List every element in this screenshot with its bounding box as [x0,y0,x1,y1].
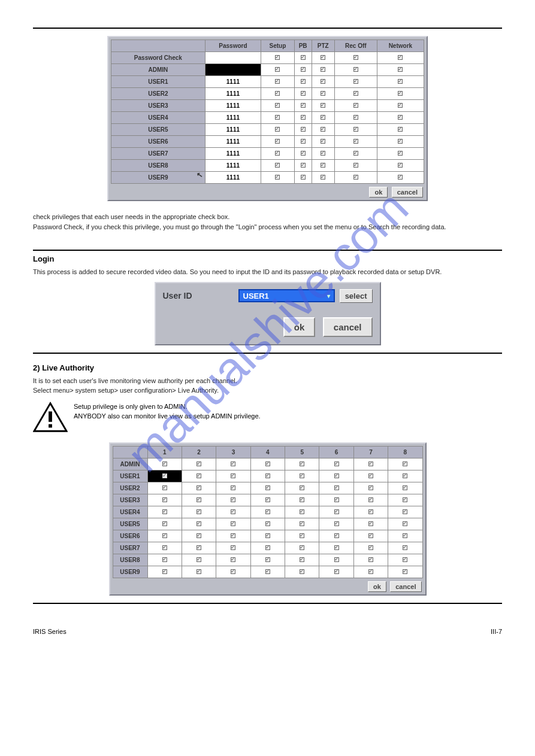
checkbox-icon[interactable] [301,163,306,168]
checkbox-icon[interactable] [321,79,325,84]
checkbox-icon[interactable] [301,139,306,144]
cell[interactable] [250,518,285,530]
checkbox-icon[interactable] [398,79,403,84]
checkbox-icon[interactable] [321,163,325,168]
checkbox-icon[interactable] [353,139,358,144]
cell-password[interactable]: 1111 [205,88,261,100]
cell[interactable] [216,542,250,554]
checkbox-icon[interactable] [231,545,235,550]
cell-password[interactable]: 1111 [205,124,261,136]
checkbox-icon[interactable] [403,497,407,502]
checkbox-icon[interactable] [321,139,325,144]
cell[interactable] [319,518,353,530]
checkbox-icon[interactable] [334,473,339,478]
checkbox-icon[interactable] [300,509,304,514]
cell[interactable] [250,494,285,506]
checkbox-icon[interactable] [231,485,235,490]
checkbox-icon[interactable] [353,127,358,132]
checkbox-icon[interactable] [403,533,407,538]
cell[interactable] [294,76,312,88]
cell[interactable] [147,566,182,578]
checkbox-icon[interactable] [197,545,201,550]
checkbox-icon[interactable] [265,462,270,466]
checkbox-icon[interactable] [275,127,280,132]
checkbox-icon[interactable] [197,462,201,466]
cell[interactable] [216,494,250,506]
checkbox-icon[interactable] [353,103,358,108]
cancel-button[interactable]: cancel [392,187,423,198]
cell[interactable] [335,52,377,64]
cell[interactable] [335,88,377,100]
cell[interactable] [285,458,319,470]
checkbox-icon[interactable] [275,139,280,144]
checkbox-icon[interactable] [162,497,167,502]
cell[interactable] [377,52,424,64]
cell[interactable] [319,506,353,518]
cell[interactable] [335,172,377,184]
cell[interactable] [353,494,388,506]
cell-password[interactable]: 1111 [205,112,261,124]
cell[interactable] [147,482,182,494]
checkbox-icon[interactable] [197,569,201,574]
checkbox-icon[interactable] [334,497,339,502]
checkbox-icon[interactable] [403,485,407,490]
cell[interactable] [388,542,422,554]
select-button[interactable]: select [340,289,373,303]
checkbox-icon[interactable] [301,55,306,60]
cell[interactable] [261,160,295,172]
cell[interactable] [377,64,424,76]
cell[interactable] [285,530,319,542]
cell[interactable] [182,530,216,542]
checkbox-icon[interactable] [321,127,325,132]
checkbox-icon[interactable] [162,509,167,514]
checkbox-icon[interactable] [353,151,358,156]
checkbox-icon[interactable] [301,151,306,156]
cell[interactable] [312,88,334,100]
cell[interactable] [294,112,312,124]
cell[interactable] [335,148,377,160]
cell-password[interactable]: 1111 [205,100,261,112]
cell[interactable] [319,542,353,554]
checkbox-icon[interactable] [197,533,201,538]
checkbox-icon[interactable] [275,55,280,60]
cell[interactable] [335,76,377,88]
checkbox-icon[interactable] [321,67,325,72]
checkbox-icon[interactable] [398,151,403,156]
checkbox-icon[interactable] [231,533,235,538]
cell-password[interactable]: 1111 [205,172,261,184]
cell[interactable] [147,494,182,506]
checkbox-icon[interactable] [275,151,280,156]
checkbox-icon[interactable] [398,139,403,144]
cell[interactable] [261,100,295,112]
cell[interactable] [312,136,334,148]
checkbox-icon[interactable] [197,557,201,562]
cell[interactable] [353,554,388,566]
cell[interactable] [261,136,295,148]
cell[interactable] [216,482,250,494]
checkbox-icon[interactable] [368,569,373,574]
checkbox-icon[interactable] [265,569,270,574]
cell[interactable] [216,554,250,566]
cell[interactable] [388,494,422,506]
cell[interactable] [335,136,377,148]
cell[interactable] [377,124,424,136]
cell[interactable] [353,518,388,530]
checkbox-icon[interactable] [353,67,358,72]
cell[interactable] [353,566,388,578]
cell[interactable] [182,542,216,554]
cell[interactable] [216,506,250,518]
checkbox-icon[interactable] [368,557,373,562]
cell[interactable] [377,160,424,172]
cell[interactable] [250,458,285,470]
cell[interactable] [250,482,285,494]
cell[interactable] [250,554,285,566]
cell[interactable] [335,160,377,172]
cell[interactable] [294,160,312,172]
cell[interactable] [182,554,216,566]
checkbox-icon[interactable] [368,509,373,514]
checkbox-icon[interactable] [265,497,270,502]
checkbox-icon[interactable] [334,509,339,514]
cell[interactable] [294,64,312,76]
cell[interactable] [261,64,295,76]
cell[interactable] [147,458,182,470]
